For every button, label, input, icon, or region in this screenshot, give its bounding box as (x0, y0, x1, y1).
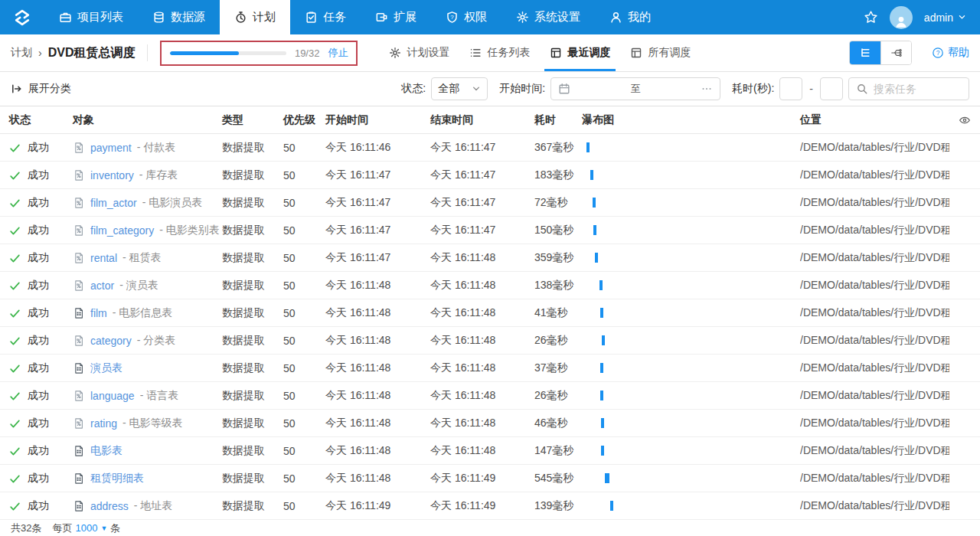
end-time-cell: 今天 16:11:49 (430, 472, 534, 485)
status-cell: 成功 (9, 141, 73, 155)
table-row[interactable]: 成功 category - 分类表 数据提取 50 今天 16:11:48 今天… (0, 327, 980, 355)
toolbar-divider (147, 44, 148, 61)
table-row[interactable]: 成功 film - 电影信息表 数据提取 50 今天 16:11:48 今天 1… (0, 299, 980, 327)
table-row[interactable]: 成功 film_category - 电影类别表 数据提取 50 今天 16:1… (0, 217, 980, 244)
eye-icon[interactable] (959, 114, 971, 126)
duration-range-dash: - (808, 83, 815, 95)
extension-icon (375, 11, 388, 24)
search-input[interactable] (874, 83, 962, 95)
col-end-time: 结束时间 (430, 113, 534, 127)
duration-max-input[interactable] (820, 77, 843, 100)
type-cell: 数据提取 (222, 334, 283, 348)
progress-track (170, 51, 286, 55)
object-link[interactable]: film_actor (90, 197, 137, 209)
table-row[interactable]: 成功 payment - 付款表 数据提取 50 今天 16:11:46 今天 … (0, 134, 980, 162)
table-row[interactable]: 成功 actor - 演员表 数据提取 50 今天 16:11:48 今天 16… (0, 272, 980, 299)
total-count: 共32条 (11, 521, 41, 535)
table-row[interactable]: 成功 language - 语言表 数据提取 50 今天 16:11:48 今天… (0, 382, 980, 410)
duration-min-input[interactable] (779, 77, 802, 100)
tab-任务列表[interactable]: 任务列表 (459, 34, 540, 71)
object-link[interactable]: film (90, 307, 107, 319)
object-link[interactable]: language (90, 390, 135, 402)
flow-view-button[interactable] (880, 41, 911, 64)
nav-item-数据源[interactable]: 数据源 (138, 0, 220, 34)
waterfall-bar (595, 253, 598, 263)
object-link[interactable]: 电影表 (90, 444, 122, 458)
nav-item-权限[interactable]: ?权限 (431, 0, 501, 34)
success-check-icon (9, 198, 21, 209)
tab-所有调度[interactable]: 所有调度 (620, 34, 701, 71)
breadcrumb-root[interactable]: 计划 (11, 46, 32, 60)
app-logo[interactable] (0, 6, 44, 29)
status-text: 成功 (28, 361, 49, 375)
page-size-value[interactable]: 1000 (75, 522, 97, 534)
object-link[interactable]: address (90, 500, 129, 512)
success-check-icon (9, 170, 21, 181)
location-cell: /DEMO/data/tables/行业/DVD租... (800, 444, 949, 458)
duration-cell: 46毫秒 (534, 417, 582, 430)
user-menu[interactable]: admin (924, 11, 966, 24)
ellipsis-icon (701, 83, 713, 95)
object-cell: 租赁明细表 (73, 472, 222, 485)
start-time-cell: 今天 16:11:47 (325, 196, 430, 210)
location-cell: /DEMO/data/tables/行业/DVD租... (800, 417, 949, 430)
table-row[interactable]: 成功 电影表 数据提取 50 今天 16:11:48 今天 16:11:48 1… (0, 437, 980, 465)
table-file-icon (73, 224, 85, 237)
waterfall-bar (586, 142, 590, 152)
plan-toolbar: 计划 › DVD租赁总调度 19/32 停止 计划设置任务列表最近调度所有调度 … (0, 34, 980, 72)
table-row[interactable]: 成功 film_actor - 电影演员表 数据提取 50 今天 16:11:4… (0, 189, 980, 217)
page-size-control[interactable]: 每页 1000 ▼ 条 (52, 521, 120, 535)
table-row[interactable]: 成功 address - 地址表 数据提取 50 今天 16:11:49 今天 … (0, 492, 980, 520)
favorite-star-icon[interactable] (864, 10, 878, 25)
object-link[interactable]: actor (90, 279, 114, 292)
gear-icon (389, 47, 401, 59)
stop-button[interactable]: 停止 (328, 46, 348, 60)
breadcrumb: 计划 › DVD租赁总调度 (11, 45, 135, 61)
object-link[interactable]: inventory (90, 169, 134, 181)
success-check-icon (9, 473, 21, 485)
help-button[interactable]: ? 帮助 (932, 46, 969, 60)
tab-计划设置[interactable]: 计划设置 (379, 34, 459, 71)
nav-item-我的[interactable]: 我的 (595, 0, 665, 34)
svg-text:?: ? (450, 14, 454, 21)
table-row[interactable]: 成功 inventory - 库存表 数据提取 50 今天 16:11:47 今… (0, 162, 980, 189)
status-select[interactable]: 全部 (431, 77, 488, 100)
table-row[interactable]: 成功 租赁明细表 数据提取 50 今天 16:11:48 今天 16:11:49… (0, 465, 980, 492)
question-icon: ? (932, 47, 944, 59)
end-time-cell: 今天 16:11:48 (430, 251, 534, 265)
status-text: 成功 (28, 499, 49, 513)
expand-categories-button[interactable]: 展开分类 (11, 82, 71, 96)
date-range-picker[interactable]: 至 (550, 77, 720, 100)
object-link[interactable]: rating (90, 417, 117, 430)
success-check-icon (9, 501, 21, 512)
nav-item-任务[interactable]: 任务 (290, 0, 361, 34)
nav-item-项目列表[interactable]: 项目列表 (44, 0, 138, 34)
object-link[interactable]: payment (90, 142, 132, 154)
nav-item-系统设置[interactable]: 系统设置 (501, 0, 595, 34)
end-time-cell: 今天 16:11:49 (430, 499, 534, 513)
tree-view-button[interactable] (850, 41, 880, 64)
waterfall-bar (593, 198, 596, 208)
object-description: - 分类表 (137, 334, 176, 348)
nav-item-计划[interactable]: 计划 (220, 0, 290, 34)
end-time-cell: 今天 16:11:48 (430, 279, 534, 293)
object-link[interactable]: 租赁明细表 (90, 472, 144, 485)
progress-count: 19/32 (295, 47, 320, 59)
start-time-cell: 今天 16:11:48 (325, 444, 430, 458)
nav-item-扩展[interactable]: 扩展 (361, 0, 431, 34)
object-link[interactable]: rental (90, 252, 117, 264)
priority-cell: 50 (283, 169, 325, 181)
object-link[interactable]: film_category (90, 224, 154, 237)
table-row[interactable]: 成功 演员表 数据提取 50 今天 16:11:48 今天 16:11:48 3… (0, 355, 980, 382)
object-link[interactable]: 演员表 (90, 361, 122, 375)
location-cell: /DEMO/data/tables/行业/DVD租... (800, 141, 949, 155)
table-row[interactable]: 成功 rating - 电影等级表 数据提取 50 今天 16:11:48 今天… (0, 410, 980, 437)
col-type: 类型 (222, 113, 283, 127)
avatar[interactable] (890, 6, 913, 29)
tab-最近调度[interactable]: 最近调度 (540, 34, 620, 71)
duration-cell: 139毫秒 (534, 499, 582, 513)
table-row[interactable]: 成功 rental - 租赁表 数据提取 50 今天 16:11:47 今天 1… (0, 244, 980, 272)
waterfall-cell (582, 244, 800, 272)
object-link[interactable]: category (90, 335, 132, 347)
table-grid-icon (73, 500, 85, 512)
